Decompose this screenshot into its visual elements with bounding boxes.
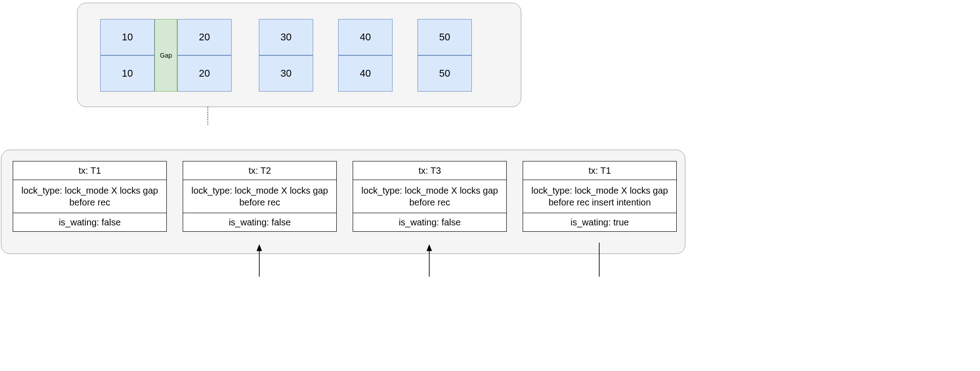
record-cell: 50	[417, 19, 472, 55]
index-records-panel: 10 10 Gap 20 20 30 30 40 40 50 50	[77, 3, 521, 107]
record-cell: 50	[417, 55, 472, 92]
lock-is-waiting: is_wating: false	[13, 213, 167, 232]
lock-box: tx: T1 lock_type: lock_mode X locks gap …	[523, 161, 677, 243]
lock-tx: tx: T1	[13, 161, 167, 180]
locks-panel: tx: T1 lock_type: lock_mode X locks gap …	[1, 150, 685, 254]
record-cell: 40	[338, 55, 393, 92]
record-cell: 10	[100, 19, 155, 55]
lock-box: tx: T2 lock_type: lock_mode X locks gap …	[183, 161, 337, 243]
lock-tx: tx: T1	[523, 161, 677, 180]
lock-type: lock_type: lock_mode X locks gap before …	[183, 180, 337, 213]
lock-is-waiting: is_wating: true	[523, 213, 677, 232]
dashed-connector	[208, 107, 208, 125]
record-cell: 20	[177, 55, 232, 92]
lock-is-waiting: is_wating: false	[183, 213, 337, 232]
record-cell: 10	[100, 55, 155, 92]
lock-is-waiting: is_wating: false	[353, 213, 507, 232]
record-cell: 30	[259, 55, 313, 92]
lock-box: tx: T3 lock_type: lock_mode X locks gap …	[353, 161, 507, 243]
lock-type: lock_type: lock_mode X locks gap before …	[523, 180, 677, 213]
lock-type: lock_type: lock_mode X locks gap before …	[353, 180, 507, 213]
lock-tx: tx: T3	[353, 161, 507, 180]
lock-box: tx: T1 lock_type: lock_mode X locks gap …	[13, 161, 167, 243]
record-cell: 40	[338, 19, 393, 55]
gap-cell: Gap	[155, 19, 177, 92]
record-cell: 30	[259, 19, 313, 55]
lock-tx: tx: T2	[183, 161, 337, 180]
record-cell: 20	[177, 19, 232, 55]
lock-type: lock_type: lock_mode X locks gap before …	[13, 180, 167, 213]
